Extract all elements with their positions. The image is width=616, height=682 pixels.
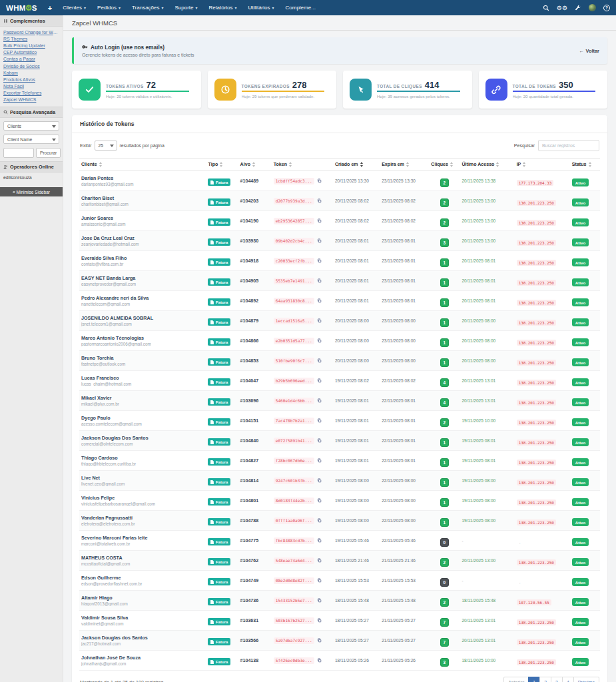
client-name-link[interactable]: EASY NET Banda Larga (81, 275, 204, 281)
copy-icon[interactable] (317, 638, 322, 643)
search-type-select[interactable]: Clients (3, 121, 59, 131)
menu-item[interactable]: Relatórios▾ (209, 5, 237, 11)
column-header[interactable]: Expira em (380, 159, 429, 171)
sidebar-addon-link[interactable]: Password Change for WHMCS (0, 29, 63, 35)
sidebar-addon-link[interactable]: Divisão de Sócios (0, 63, 63, 69)
client-name-link[interactable]: Edson Guilherme (81, 575, 204, 581)
wrench-icon[interactable] (575, 5, 581, 11)
pagination-prev[interactable]: Anterior (503, 677, 529, 682)
pagination-page[interactable]: 2 (539, 677, 551, 682)
column-header[interactable]: Alvo (238, 159, 272, 171)
copy-icon[interactable] (317, 218, 322, 223)
menu-item[interactable]: Clientes▾ (63, 5, 86, 11)
client-name-link[interactable]: Dyego Paulo (81, 415, 204, 421)
copy-icon[interactable] (317, 178, 322, 183)
copy-icon[interactable] (317, 278, 322, 283)
sidebar-addon-link[interactable]: Zapcel WHMCS (0, 97, 63, 103)
column-header[interactable]: Criado em (333, 159, 380, 171)
help-icon[interactable]: ? (603, 5, 610, 11)
copy-icon[interactable] (317, 658, 322, 663)
copy-icon[interactable] (317, 338, 322, 343)
advanced-search-header[interactable]: Pesquisa Avançada (0, 107, 63, 118)
copy-icon[interactable] (317, 558, 322, 563)
client-name-link[interactable]: Charlton Biset (81, 195, 204, 201)
user-avatar[interactable] (589, 4, 596, 11)
whmcs-logo[interactable]: WHM⚙S (6, 4, 37, 12)
column-header[interactable]: Status (570, 159, 600, 171)
copy-icon[interactable] (317, 198, 322, 203)
client-name-link[interactable]: Valdimir Sousa Silva (81, 615, 204, 621)
copy-icon[interactable] (317, 398, 322, 403)
sidebar-addon-link[interactable]: Produtos Ativos (0, 76, 63, 83)
minimise-sidebar-button[interactable]: « Minimise Sidebar (0, 187, 63, 196)
pagination-page[interactable]: 4 (562, 677, 574, 682)
copy-icon[interactable] (317, 598, 322, 603)
page-length-select[interactable]: 25 (95, 141, 117, 151)
column-header[interactable]: Cliques (429, 159, 460, 171)
client-name-link[interactable]: Mikael Xavier (81, 395, 204, 401)
operators-section-header[interactable]: Operadores Online (0, 161, 63, 172)
copy-icon[interactable] (317, 478, 322, 483)
column-header[interactable]: IP (515, 159, 570, 171)
copy-icon[interactable] (317, 298, 322, 303)
search-icon[interactable] (543, 5, 549, 11)
sidebar-addon-link[interactable]: Exportar Telefones (0, 90, 63, 97)
sidebar-search-input[interactable] (3, 148, 34, 158)
client-name-link[interactable]: Darlan Pontes (81, 175, 204, 181)
column-header[interactable]: Cliente (79, 159, 206, 171)
client-name-link[interactable]: Jose Da Cruz Leal Cruz (81, 235, 204, 241)
sidebar-addon-link[interactable]: Nota Fácil (0, 83, 63, 90)
copy-icon[interactable] (317, 318, 322, 323)
pagination-page[interactable]: 1 (528, 677, 540, 682)
search-field-select[interactable]: Client Name (3, 135, 59, 144)
copy-icon[interactable] (317, 458, 322, 463)
menu-item[interactable]: Suporte▾ (175, 5, 198, 11)
table-search-input[interactable] (538, 140, 599, 151)
menu-item[interactable]: Utilitários▾ (248, 5, 274, 11)
copy-icon[interactable] (317, 538, 322, 543)
addons-section-header[interactable]: Complementos (0, 15, 63, 27)
sidebar-addon-link[interactable]: Bulk Pricing Updater (0, 42, 63, 49)
copy-icon[interactable] (317, 618, 322, 623)
client-name-link[interactable]: Thiago Cardoso (81, 455, 204, 461)
client-name-link[interactable]: Everaldo Silva Filho (81, 255, 204, 261)
client-name-link[interactable]: Lucas Francisco (81, 375, 204, 381)
client-name-link[interactable]: Bruno Torchia (81, 355, 204, 361)
gears-icon[interactable]: ⚙⚙ (557, 5, 567, 11)
client-name-link[interactable]: Johnathan José De Souza (81, 655, 204, 661)
sidebar-addon-link[interactable]: CEP Automático (0, 49, 63, 56)
client-name-link[interactable]: Vanderlan Pagnussatti (81, 515, 204, 521)
client-name-link[interactable]: Jackson Douglas dos Santos (81, 635, 204, 641)
client-name-link[interactable]: MATHEUS COSTA (81, 555, 204, 561)
search-submit-button[interactable]: Procurar (36, 148, 61, 158)
menu-item[interactable]: Pedidos▾ (97, 5, 121, 11)
client-name-link[interactable]: Pedro Alexandre neri da Silva (81, 295, 204, 301)
copy-icon[interactable] (317, 518, 322, 523)
client-name-link[interactable]: Severino Marconi Farias leite (81, 535, 204, 541)
client-name-link[interactable]: Vinicius Felipe (81, 495, 204, 501)
client-name-link[interactable]: Live Net (81, 475, 204, 481)
column-header[interactable]: Token (272, 159, 333, 171)
pagination-next[interactable]: Próximo (573, 677, 599, 682)
client-name-link[interactable]: JOSENILDO ALMEIDA SOBRAL (81, 315, 204, 321)
copy-icon[interactable] (317, 238, 322, 243)
copy-icon[interactable] (317, 358, 322, 363)
back-button[interactable]: ← Voltar (579, 48, 599, 54)
copy-icon[interactable] (317, 438, 322, 443)
menu-item[interactable]: Transações▾ (132, 5, 164, 11)
client-name-link[interactable]: Jackson Douglas Dos Santos (81, 435, 204, 441)
copy-icon[interactable] (317, 378, 322, 383)
copy-icon[interactable] (317, 498, 322, 503)
copy-icon[interactable] (317, 258, 322, 263)
copy-icon[interactable] (317, 578, 322, 583)
menu-item[interactable]: Compleme... (286, 5, 318, 11)
pagination-page[interactable]: 3 (551, 677, 563, 682)
client-name-link[interactable]: Junior Soares (81, 215, 204, 221)
sidebar-addon-link[interactable]: Contas a Pagar (0, 56, 63, 63)
sidebar-addon-link[interactable]: RS Themes (0, 35, 63, 42)
column-header[interactable]: Tipo (206, 159, 238, 171)
copy-icon[interactable] (317, 418, 322, 423)
add-icon[interactable]: + (48, 4, 52, 12)
column-header[interactable]: Último Acesso (460, 159, 514, 171)
sidebar-addon-link[interactable]: Kabam (0, 69, 63, 76)
